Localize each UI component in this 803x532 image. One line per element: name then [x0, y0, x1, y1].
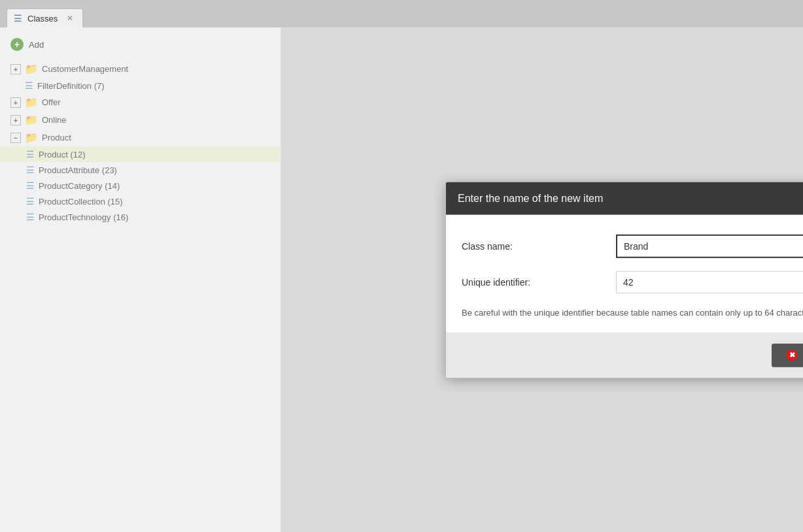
folder-icon: 📁 [25, 63, 38, 75]
expand-icon: − [10, 133, 21, 143]
sidebar-item-product-attribute[interactable]: ☰ ProductAttribute (23) [0, 162, 281, 178]
add-label: Add [29, 40, 44, 50]
unique-id-input[interactable] [616, 271, 803, 293]
dialog-footer: ✖ Cancel ✓ OK [446, 332, 803, 377]
class-name-row: Class name: [462, 235, 803, 258]
unique-id-label: Unique identifier: [462, 277, 606, 288]
new-item-dialog: Enter the name of the new item ✕ Class n… [445, 182, 803, 378]
cancel-button[interactable]: ✖ Cancel [772, 343, 803, 367]
tab-bar: ☰ Classes ✕ [0, 0, 803, 27]
folder-icon: 📁 [25, 96, 38, 108]
tab-label: Classes [27, 14, 58, 24]
add-button[interactable]: + Add [0, 34, 281, 55]
item-label: ProductCategory (14) [39, 181, 120, 191]
dialog-hint: Be careful with the unique identifier be… [462, 307, 803, 320]
sidebar-item-product-collection[interactable]: ☰ ProductCollection (15) [0, 193, 281, 209]
item-label: Offer [42, 97, 61, 107]
list-icon: ☰ [26, 180, 35, 191]
folder-icon: 📁 [25, 131, 38, 144]
item-label: Product [42, 133, 71, 142]
folder-icon: 📁 [25, 114, 38, 126]
unique-id-row: Unique identifier: [462, 271, 803, 293]
sidebar-item-product-class[interactable]: ☰ Product (12) [0, 146, 281, 162]
sidebar: + Add + 📁 CustomerManagement ☰ FilterDef… [0, 27, 281, 532]
item-label: Online [42, 115, 67, 125]
item-label: ProductAttribute (23) [39, 165, 117, 175]
list-icon: ☰ [26, 196, 35, 207]
item-label: ProductTechnology (16) [39, 212, 128, 222]
list-icon: ☰ [26, 149, 35, 159]
expand-icon: + [10, 115, 21, 125]
expand-icon: + [10, 97, 21, 108]
sidebar-item-online[interactable]: + 📁 Online [0, 111, 281, 129]
cancel-icon: ✖ [786, 349, 798, 361]
sidebar-item-product-category[interactable]: ☰ ProductCategory (14) [0, 178, 281, 193]
sidebar-item-product[interactable]: − 📁 Product [0, 129, 281, 146]
content-area: Enter the name of the new item ✕ Class n… [281, 27, 803, 532]
item-label: FilterDefinition (7) [37, 81, 105, 91]
dialog-title: Enter the name of the new item [458, 193, 603, 205]
classes-tab[interactable]: ☰ Classes ✕ [7, 8, 83, 27]
main-area: + Add + 📁 CustomerManagement ☰ FilterDef… [0, 27, 803, 532]
sidebar-item-product-technology[interactable]: ☰ ProductTechnology (16) [0, 209, 281, 225]
list-icon: ☰ [26, 212, 35, 222]
expand-icon: + [10, 64, 21, 75]
list-icon: ☰ [25, 80, 33, 91]
tab-close-icon[interactable]: ✕ [67, 14, 73, 23]
sidebar-item-filter-definition[interactable]: ☰ FilterDefinition (7) [0, 78, 281, 93]
item-label: ProductCollection (15) [39, 197, 123, 207]
item-label: Product (12) [39, 150, 86, 159]
item-label: CustomerManagement [42, 64, 128, 74]
list-icon: ☰ [26, 165, 35, 175]
tab-icon: ☰ [14, 13, 22, 24]
add-icon: + [10, 38, 24, 51]
dialog-header: Enter the name of the new item ✕ [446, 182, 803, 215]
class-name-input[interactable] [616, 235, 803, 258]
dialog-body: Class name: Unique identifier: Be carefu… [446, 215, 803, 333]
sidebar-item-offer[interactable]: + 📁 Offer [0, 93, 281, 111]
class-name-label: Class name: [462, 241, 606, 252]
sidebar-item-customer-management[interactable]: + 📁 CustomerManagement [0, 60, 281, 78]
